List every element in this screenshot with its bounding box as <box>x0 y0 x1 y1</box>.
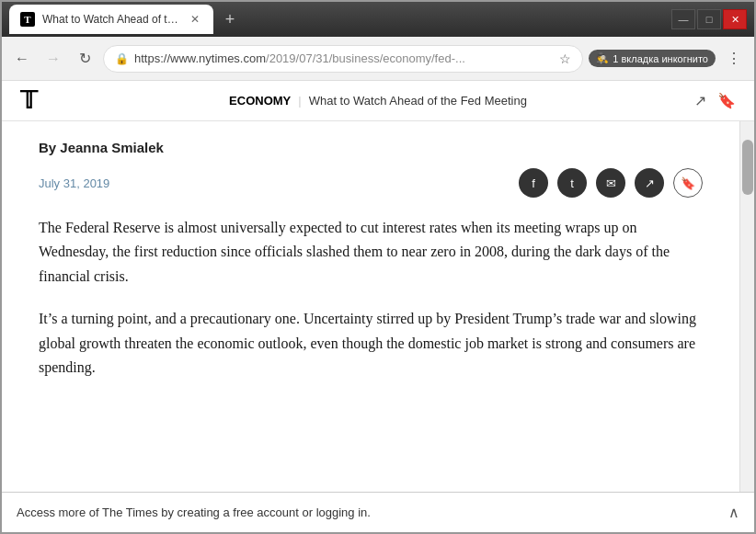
share-bookmark-button[interactable]: 🔖 <box>673 168 703 198</box>
nyt-share-button[interactable]: ↗ <box>694 92 706 109</box>
share-facebook-button[interactable]: f <box>519 168 548 198</box>
share-more-button[interactable]: ↗ <box>635 168 664 198</box>
tab-favicon: T <box>20 12 35 27</box>
scrollbar-thumb[interactable] <box>742 140 753 195</box>
bookmark-star-icon[interactable]: ☆ <box>559 51 571 66</box>
share-twitter-button[interactable]: t <box>557 168 587 198</box>
refresh-button[interactable]: ↻ <box>72 46 97 72</box>
nyt-separator: | <box>298 94 301 108</box>
forward-button[interactable]: → <box>40 46 66 72</box>
share-email-button[interactable]: ✉ <box>596 168 625 198</box>
nyt-logo[interactable]: 𝕋 <box>20 86 37 115</box>
tab-title: What to Watch Ahead of the Fed <box>42 13 180 26</box>
footer-collapse-button[interactable]: ∧ <box>728 504 739 521</box>
article-date: July 31, 2019 <box>39 176 109 190</box>
incognito-icon: 🕵 <box>596 52 609 64</box>
window-controls: — □ ✕ <box>671 9 747 29</box>
browser-window: T What to Watch Ahead of the Fed ✕ + — □… <box>0 0 756 534</box>
maximize-button[interactable]: □ <box>697 9 721 29</box>
tab-close-button[interactable]: ✕ <box>188 12 202 27</box>
close-button[interactable]: ✕ <box>723 9 747 29</box>
article-content: By Jeanna Smialek July 31, 2019 f t ✉ ↗ … <box>2 121 739 492</box>
titlebar: T What to Watch Ahead of the Fed ✕ + — □… <box>2 2 754 37</box>
new-tab-button[interactable]: + <box>217 6 243 32</box>
scrollbar-track[interactable] <box>739 121 754 492</box>
incognito-badge: 🕵 1 вкладка инкогнито <box>589 50 716 67</box>
nyt-actions: ↗ 🔖 <box>694 92 736 109</box>
footer-text: Access more of The Times by creating a f… <box>17 506 371 519</box>
content-area: By Jeanna Smialek July 31, 2019 f t ✉ ↗ … <box>2 121 754 492</box>
nyt-breadcrumb: What to Watch Ahead of the Fed Meeting <box>309 94 527 108</box>
browser-menu-button[interactable]: ⋮ <box>721 46 747 72</box>
nyt-bookmark-button[interactable]: 🔖 <box>717 92 736 109</box>
url-text: https://www.nytimes.com/2019/07/31/busin… <box>134 51 554 65</box>
nyt-navigation: ECONOMY | What to Watch Ahead of the Fed… <box>229 94 527 108</box>
article-meta: July 31, 2019 f t ✉ ↗ 🔖 <box>39 168 703 198</box>
share-icons: f t ✉ ↗ 🔖 <box>519 168 703 198</box>
nyt-header: 𝕋 ECONOMY | What to Watch Ahead of the F… <box>2 81 754 121</box>
article-paragraph-2: It’s a turning point, and a precautionar… <box>39 307 703 380</box>
article-body: The Federal Reserve is almost universall… <box>39 216 703 380</box>
bottom-bar: Access more of The Times by creating a f… <box>2 492 754 532</box>
active-tab[interactable]: T What to Watch Ahead of the Fed ✕ <box>9 5 213 34</box>
lock-icon: 🔒 <box>115 52 129 65</box>
nyt-section[interactable]: ECONOMY <box>229 94 291 108</box>
url-bar[interactable]: 🔒 https://www.nytimes.com/2019/07/31/bus… <box>103 45 583 73</box>
back-button[interactable]: ← <box>9 46 35 72</box>
article-paragraph-1: The Federal Reserve is almost universall… <box>39 216 703 289</box>
article-byline: By Jeanna Smialek <box>39 140 703 155</box>
minimize-button[interactable]: — <box>671 9 695 29</box>
addressbar: ← → ↻ 🔒 https://www.nytimes.com/2019/07/… <box>2 37 754 81</box>
